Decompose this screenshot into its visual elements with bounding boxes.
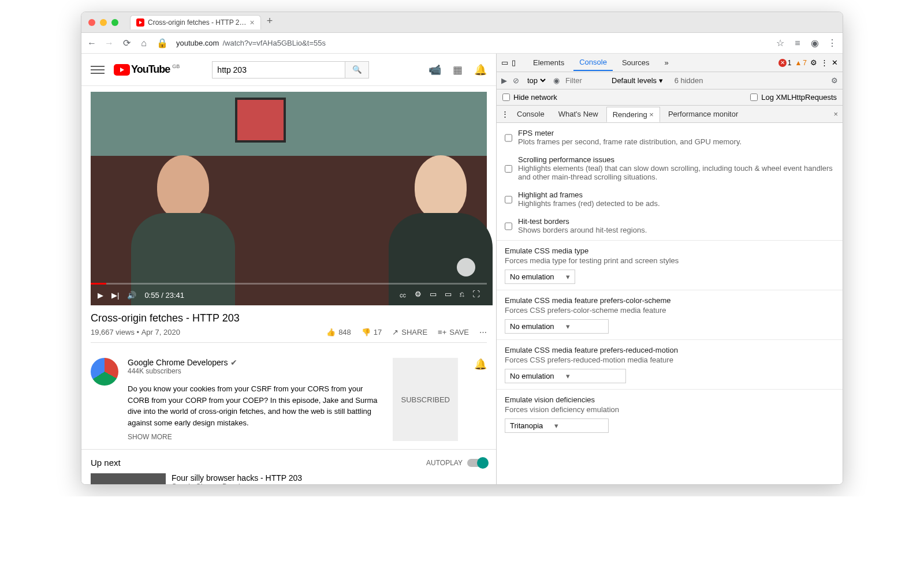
devtools-close-icon[interactable]: ✕ — [832, 58, 838, 67]
devtools-settings-icon[interactable]: ⚙ — [810, 58, 817, 67]
volume-icon[interactable]: 🔊 — [127, 291, 136, 300]
create-icon[interactable]: 📹 — [429, 63, 441, 76]
lock-icon[interactable]: 🔒 — [157, 38, 168, 48]
browser-toolbar: ← → ⟳ ⌂ 🔒 youtube.com/watch?v=vfAHa5GBLi… — [81, 33, 843, 54]
color-scheme-select[interactable]: No emulation — [505, 319, 609, 334]
scroll-perf-option[interactable]: Scrolling performance issuesHighlights e… — [497, 152, 843, 187]
settings-icon[interactable]: ⚙ — [415, 290, 422, 300]
search-input[interactable] — [212, 61, 345, 78]
youtube-page: YouTube GB 🔍 📹 ▦ 🔔 — [81, 54, 496, 484]
close-rendering-icon[interactable]: × — [649, 110, 654, 119]
drawer-rendering[interactable]: Rendering × — [606, 107, 660, 122]
theater-icon[interactable]: ▭ — [445, 290, 452, 300]
fullscreen-icon[interactable]: ⛶ — [472, 290, 480, 300]
channel-avatar[interactable] — [91, 358, 118, 386]
home-icon[interactable]: ⌂ — [139, 39, 148, 48]
subscribe-button[interactable]: SUBSCRIBED — [393, 358, 458, 441]
close-tab-icon[interactable]: × — [250, 18, 255, 27]
inspect-icon[interactable]: ▭ — [501, 58, 508, 67]
tab-title: Cross-origin fetches - HTTP 2… — [148, 18, 247, 27]
drawer-menu-icon[interactable]: ⋮ — [501, 110, 509, 118]
devtools-panel: ▭ ▯ Elements Console Sources » ✕1 ▲7 ⚙ ⋮… — [496, 54, 843, 484]
forward-icon[interactable]: → — [105, 39, 114, 48]
log-levels[interactable]: Default levels ▾ — [612, 76, 663, 85]
drawer-console[interactable]: Console — [511, 107, 550, 121]
share-button[interactable]: ↗ SHARE — [392, 328, 427, 337]
media-type-select[interactable]: No emulation — [505, 270, 575, 284]
bell-icon[interactable]: 🔔 — [474, 358, 487, 441]
menu-icon[interactable]: ⋮ — [828, 39, 837, 48]
back-icon[interactable]: ← — [87, 39, 96, 48]
drawer-perfmon[interactable]: Performance monitor — [662, 107, 744, 121]
window-titlebar: Cross-origin fetches - HTTP 2… × + — [81, 12, 843, 33]
video-description: Do you know your cookies from your CSRF … — [128, 383, 383, 428]
vision-deficiency-select[interactable]: Tritanopia — [505, 418, 609, 433]
dislike-button[interactable]: 👎 17 — [362, 328, 382, 337]
context-selector[interactable]: top — [525, 76, 547, 85]
player-controls: ▶ ▶| 🔊 0:55 / 23:41 ㏄ ⚙ ▭ ▭ ⎌ ⛶ — [91, 285, 487, 305]
youtube-favicon — [136, 18, 144, 27]
channel-name[interactable]: Google Chrome Developers✔ — [128, 358, 383, 367]
tab-elements[interactable]: Elements — [527, 55, 570, 70]
filter-input[interactable] — [565, 76, 606, 85]
subscriber-count: 444K subscribers — [128, 367, 383, 375]
autoplay-toggle[interactable] — [467, 459, 487, 467]
clear-console-icon[interactable]: ⊘ — [513, 76, 519, 85]
console-settings-icon[interactable]: ⚙ — [831, 76, 838, 85]
reduced-motion-select[interactable]: No emulation — [505, 369, 626, 383]
video-title: Cross-origin fetches - HTTP 203 — [91, 312, 487, 324]
tab-console[interactable]: Console — [573, 54, 613, 71]
hidden-count: 6 hidden — [675, 76, 703, 85]
chrome-badge-icon — [457, 258, 475, 276]
hit-test-option[interactable]: Hit-test bordersShows borders around hit… — [497, 214, 843, 240]
error-count[interactable]: ✕1 — [778, 59, 792, 67]
view-count: 19,667 views — [91, 328, 135, 337]
next-thumbnail: Four silly — [91, 473, 166, 484]
captions-icon[interactable]: ㏄ — [399, 290, 407, 300]
eye-icon[interactable]: ◉ — [553, 76, 560, 85]
next-video-title: Four silly browser hacks - HTTP 203 — [172, 473, 302, 483]
close-window[interactable] — [88, 19, 95, 26]
cast-icon[interactable]: ⎌ — [460, 290, 464, 300]
like-button[interactable]: 👍 848 — [326, 328, 351, 337]
verified-icon: ✔ — [230, 358, 237, 367]
profile-icon[interactable]: ◉ — [810, 39, 819, 48]
close-drawer-icon[interactable]: × — [833, 110, 838, 118]
tab-more-icon[interactable]: » — [659, 55, 675, 70]
miniplayer-icon[interactable]: ▭ — [430, 290, 437, 300]
star-icon[interactable]: ☆ — [776, 39, 785, 48]
notifications-icon[interactable]: 🔔 — [474, 63, 487, 76]
video-player[interactable]: ▶ ▶| 🔊 0:55 / 23:41 ㏄ ⚙ ▭ ▭ ⎌ ⛶ — [91, 92, 487, 305]
tab-sources[interactable]: Sources — [616, 55, 655, 70]
browser-tab[interactable]: Cross-origin fetches - HTTP 2… × — [130, 15, 261, 29]
show-more-button[interactable]: SHOW MORE — [128, 433, 383, 441]
play-icon[interactable]: ▶ — [98, 291, 103, 300]
minimize-window[interactable] — [100, 19, 107, 26]
ad-frames-option[interactable]: Highlight ad framesHighlights frames (re… — [497, 187, 843, 214]
more-actions-icon[interactable]: ⋯ — [479, 328, 487, 337]
save-button[interactable]: ≡+ SAVE — [438, 328, 469, 337]
next-video-channel: Google Chrome Developers ✔ — [172, 483, 302, 484]
youtube-header: YouTube GB 🔍 📹 ▦ 🔔 — [81, 54, 496, 86]
extensions-icon[interactable]: ≡ — [793, 39, 802, 48]
next-icon[interactable]: ▶| — [111, 291, 119, 300]
new-tab-button[interactable]: + — [267, 15, 273, 29]
drawer-whatsnew[interactable]: What's New — [553, 107, 604, 121]
address-bar[interactable]: youtube.com/watch?v=vfAHa5GBLio&t=55s — [176, 39, 767, 47]
reload-icon[interactable]: ⟳ — [122, 39, 131, 48]
hide-network-checkbox[interactable]: Hide network — [502, 93, 557, 102]
console-run-icon[interactable]: ▶ — [501, 76, 507, 85]
next-video-item[interactable]: Four silly Four silly browser hacks - HT… — [91, 473, 487, 484]
search-button[interactable]: 🔍 — [345, 61, 369, 78]
device-toggle-icon[interactable]: ▯ — [512, 58, 516, 67]
fps-meter-option[interactable]: FPS meterPlots frames per second, frame … — [497, 125, 843, 152]
apps-icon[interactable]: ▦ — [453, 63, 463, 76]
youtube-logo[interactable]: YouTube GB — [114, 63, 180, 76]
log-xhr-checkbox[interactable]: Log XMLHttpRequests — [750, 93, 837, 102]
devtools-menu-icon[interactable]: ⋮ — [821, 58, 828, 67]
warning-count[interactable]: ▲7 — [795, 59, 807, 67]
time-display: 0:55 / 23:41 — [144, 291, 184, 300]
maximize-window[interactable] — [111, 19, 118, 26]
autoplay-label: AUTOPLAY — [426, 459, 463, 467]
hamburger-icon[interactable] — [91, 63, 105, 76]
